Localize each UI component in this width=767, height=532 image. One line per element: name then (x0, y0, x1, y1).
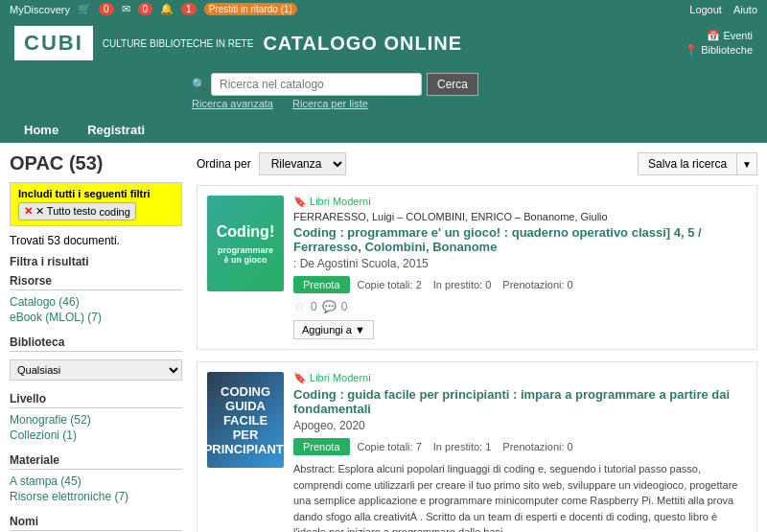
sidebar: OPAC (53) Includi tutti i seguenti filtr… (10, 152, 182, 532)
prenotazioni-1: Prenotazioni: 0 (502, 279, 572, 290)
results-toolbar: Ordina per Rilevanza Salva la ricerca ▼ (197, 152, 757, 175)
search-links: Ricerca avanzata Ricerca per liste (192, 98, 368, 109)
biblioteca-title: Biblioteca (10, 335, 182, 352)
top-bar-right: Logout Aiuto (689, 4, 757, 15)
book-actions-2: Prenota Copie totali: 7 In prestito: 1 P… (293, 438, 747, 455)
livello-title: Livello (10, 392, 182, 408)
sidebar-collezioni[interactable]: Collezioni (1) (10, 428, 182, 442)
top-bar-left: MyDiscovery 🛒 0 ✉ 0 🔔 1 Prestiti in rita… (10, 3, 297, 15)
order-select[interactable]: Rilevanza (259, 152, 346, 175)
book-card-inner-1: Coding! programmare è un gioco 🔖 Libri M… (207, 196, 747, 339)
sidebar-elettroniche[interactable]: Risorse elettroniche (7) (10, 490, 182, 503)
logo[interactable]: CUBI (14, 26, 93, 60)
save-search-btn[interactable]: Salva la ricerca (638, 152, 737, 175)
logo-subtitle: CULTURE BIBLIOTECHE IN RETE (103, 37, 254, 50)
book-card-inner-2: CODINGGUIDA FACILEPER PRINCIPIANTI 🔖 Lib… (207, 372, 747, 532)
copie-2: Copie totali: 7 (358, 441, 422, 452)
top-bar: MyDiscovery 🛒 0 ✉ 0 🔔 1 Prestiti in rita… (0, 0, 767, 18)
prenotazioni-2: Prenotazioni: 0 (502, 441, 572, 452)
prestiti-btn[interactable]: Prestiti in ritardo (1) (204, 3, 297, 15)
aiuto-btn[interactable]: Aiuto (733, 4, 757, 15)
msg-icon: ✉ (122, 3, 130, 15)
book-rating-1: ☆ 0 💬 0 (293, 299, 747, 314)
book-type-2: 🔖 Libri Moderni (293, 372, 747, 384)
search-input[interactable] (211, 73, 422, 96)
filter-include-label: Includi tutti i seguenti filtri (18, 188, 174, 199)
nomi-title: Nomi (10, 515, 182, 531)
book-cover-image-1: Coding! programmare è un gioco (207, 196, 284, 291)
nav-registrati[interactable]: Registrati (73, 117, 159, 143)
sidebar-biblioteca: Biblioteca Qualsiasi (10, 335, 182, 381)
logout-btn[interactable]: Logout (689, 4, 722, 15)
materiale-title: Materiale (10, 453, 182, 470)
book-card-2: CODINGGUIDA FACILEPER PRINCIPIANTI 🔖 Lib… (197, 361, 757, 532)
prenota-btn-2[interactable]: Prenota (293, 438, 350, 455)
notif-count: 1 (181, 3, 197, 15)
book-abstract-2: Abstract: Esplora alcuni popolari lingua… (293, 461, 747, 532)
results-area: Ordina per Rilevanza Salva la ricerca ▼ … (197, 152, 757, 532)
list-search-link[interactable]: Ricerca per liste (292, 98, 368, 109)
msg-count: 0 (138, 3, 153, 15)
book-title-2[interactable]: Coding : guida facile per principianti :… (293, 387, 747, 416)
book-authors-1: FERRARESSO, Luigi – COLOMBINI, ENRICO – … (293, 211, 747, 222)
save-search-arrow[interactable]: ▼ (737, 152, 757, 175)
logo-area: CUBI CULTURE BIBLIOTECHE IN RETE CATALOG… (14, 26, 462, 60)
book-actions-1: Prenota Copie totali: 2 In prestito: 0 P… (293, 276, 747, 293)
eventi-link[interactable]: 📅 Eventi (685, 30, 753, 42)
sidebar-ebook[interactable]: eBook (MLOL) (7) (10, 311, 182, 324)
save-row: Salva la ricerca ▼ (638, 152, 757, 175)
sidebar-stampa[interactable]: A stampa (45) (10, 474, 182, 488)
book-cover-image-2: CODINGGUIDA FACILEPER PRINCIPIANTI (207, 372, 284, 468)
content: OPAC (53) Includi tutti i seguenti filtr… (0, 143, 767, 532)
advanced-search-link[interactable]: Ricerca avanzata (192, 98, 273, 109)
search-icon: 🔍 (192, 78, 206, 91)
cart-icon: 🛒 (78, 3, 91, 15)
nav-home[interactable]: Home (10, 117, 73, 143)
notif-icon: 🔔 (160, 3, 174, 15)
filter-results-label: Filtra i risultati (10, 255, 182, 268)
order-label: Ordina per (197, 157, 251, 171)
filter-highlight: Includi tutti i seguenti filtri ✕ ✕ Tutt… (10, 182, 182, 226)
search-row: 🔍 Cerca (192, 73, 478, 96)
page-title: OPAC (53) (10, 152, 182, 174)
site-name[interactable]: MyDiscovery (10, 4, 70, 15)
comment-count-1: 0 (341, 300, 348, 313)
star-icon-1: ☆ (293, 299, 306, 314)
book-card-1: Coding! programmare è un gioco 🔖 Libri M… (197, 185, 757, 350)
book-publisher-2: Apogeo, 2020 (293, 419, 747, 432)
sidebar-monografie[interactable]: Monografie (52) (10, 413, 182, 427)
book-cover-1: Coding! programmare è un gioco (207, 196, 284, 291)
search-area: 🔍 Cerca Ricerca avanzata Ricerca per lis… (0, 68, 767, 117)
book-info-1: 🔖 Libri Moderni FERRARESSO, Luigi – COLO… (293, 196, 747, 339)
book-type-1: 🔖 Libri Moderni (293, 196, 747, 208)
cart-count: 0 (99, 3, 114, 15)
search-button[interactable]: Cerca (427, 73, 478, 96)
copie-1: Copie totali: 2 (358, 279, 422, 290)
prestito-2: In prestito: 1 (433, 441, 492, 452)
catalog-title: CATALOGO ONLINE (263, 33, 462, 55)
book-meta-1: Copie totali: 2 In prestito: 0 Prenotazi… (358, 279, 573, 290)
biblioteca-select[interactable]: Qualsiasi (10, 359, 182, 381)
sidebar-catalogo[interactable]: Catalogo (46) (10, 295, 182, 309)
book-meta-2: Copie totali: 7 In prestito: 1 Prenotazi… (358, 441, 573, 452)
sidebar-risorse: Risorse Catalogo (46) eBook (MLOL) (7) (10, 274, 182, 324)
book-title-1[interactable]: Coding : programmare e' un gioco! : quad… (293, 225, 747, 254)
prestito-1: In prestito: 0 (433, 279, 492, 290)
book-cover-2: CODINGGUIDA FACILEPER PRINCIPIANTI (207, 372, 284, 468)
sidebar-materiale: Materiale A stampa (45) Risorse elettron… (10, 453, 182, 503)
risorse-title: Risorse (10, 274, 182, 290)
book-info-2: 🔖 Libri Moderni Coding : guida facile pe… (293, 372, 747, 532)
found-text: Trovati 53 documenti. (10, 234, 182, 247)
prenota-btn-1[interactable]: Prenota (293, 276, 350, 293)
rating-count-1: 0 (311, 300, 317, 313)
add-btn-1[interactable]: Aggiungi a ▼ (293, 320, 374, 339)
filter-remove-btn[interactable]: ✕ (24, 205, 33, 218)
sidebar-livello: Livello Monografie (52) Collezioni (1) (10, 392, 182, 442)
biblioteche-link[interactable]: 📍 Biblioteche (685, 44, 753, 57)
book-publisher-1: : De Agostini Scuola, 2015 (293, 257, 747, 270)
order-row: Ordina per Rilevanza (197, 152, 346, 175)
sidebar-nomi: Nomi ORIANI CAUDURO, Monica (11) Figus, … (10, 515, 182, 532)
main-nav: Home Registrati (0, 117, 767, 143)
filter-tag-prefix: ✕ Tutto testo (35, 205, 96, 218)
filter-tag-value: coding (99, 206, 129, 218)
